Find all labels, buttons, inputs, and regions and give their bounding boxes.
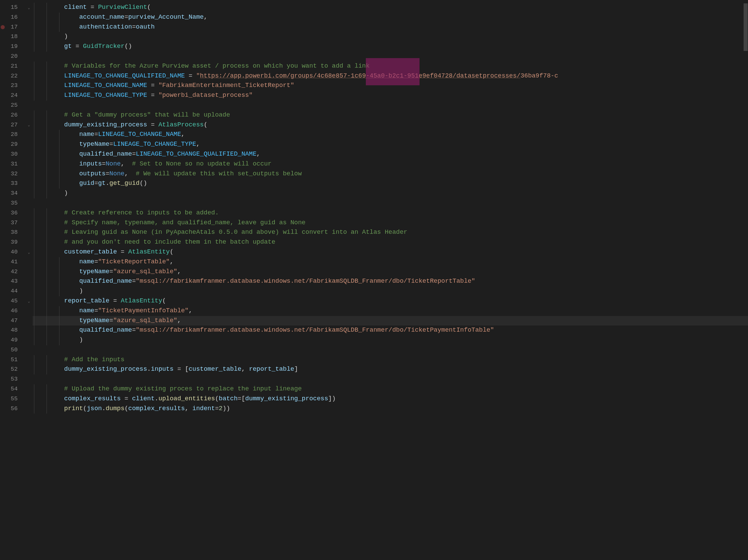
code-line[interactable]: LINEAGE_TO_CHANGE_QUALIFIED_NAME = "http… [33,71,748,81]
fold-chevron-icon[interactable] [25,101,33,110]
code-line[interactable]: qualified_name=LINEAGE_TO_CHANGE_QUALIFI… [33,150,748,159]
code-line[interactable]: typeName=LINEAGE_TO_CHANGE_TYPE, [33,140,748,150]
code-token: = [109,297,121,304]
fold-chevron-icon[interactable]: ⌄ [25,3,33,13]
code-line[interactable]: typeName="azure_sql_table", [33,316,748,326]
fold-chevron-icon[interactable] [25,404,33,414]
fold-chevron-icon[interactable] [25,140,33,150]
fold-chevron-icon[interactable] [25,257,33,267]
code-line[interactable]: dummy_existing_process = AtlasProcess( [33,120,748,130]
code-token: name [79,258,94,265]
code-line[interactable]: # and you don't need to include them in … [33,238,748,247]
fold-chevron-icon[interactable] [25,277,33,286]
fold-chevron-icon[interactable] [25,394,33,404]
fold-chevron-icon[interactable] [25,52,33,62]
fold-chevron-icon[interactable] [25,81,33,91]
fold-chevron-icon[interactable] [25,374,33,384]
code-line[interactable]: # Create reference to inputs to be added… [33,208,748,218]
code-line[interactable]: ) [33,189,748,198]
code-line[interactable]: LINEAGE_TO_CHANGE_TYPE = "powerbi_datase… [33,91,748,101]
code-line[interactable]: ) [33,32,748,42]
code-line[interactable]: guid=gt.get_guid() [33,179,748,189]
fold-chevron-icon[interactable] [25,32,33,42]
fold-chevron-icon[interactable] [25,316,33,326]
breakpoint-indicator[interactable] [1,25,5,29]
fold-chevron-icon[interactable]: ⌄ [25,296,33,306]
code-editor[interactable]: 1516171819202122232425262728293031323334… [0,0,748,560]
fold-chevron-icon[interactable] [25,22,33,32]
code-line[interactable]: outputs=None, # We will update this with… [33,169,748,179]
fold-chevron-icon[interactable] [25,159,33,169]
code-line[interactable]: name="TicketPaymentInfoTable", [33,306,748,316]
fold-chevron-icon[interactable] [25,384,33,394]
code-line[interactable]: # Add the inputs [33,355,748,365]
code-line[interactable]: authentication=oauth [33,22,748,32]
fold-chevron-icon[interactable] [25,91,33,101]
fold-chevron-icon[interactable]: ⌄ [25,120,33,130]
line-number: 47 [0,316,25,326]
fold-chevron-icon[interactable] [25,150,33,159]
fold-chevron-icon[interactable] [25,345,33,355]
fold-chevron-icon[interactable] [25,179,33,189]
code-line[interactable]: account_name=purview_Account_Name, [33,13,748,22]
code-line[interactable] [33,101,748,110]
code-line[interactable]: # Specify name, typename, and qualified_… [33,218,748,228]
fold-chevron-icon[interactable] [25,365,33,374]
fold-chevron-icon[interactable] [25,228,33,238]
fold-chevron-icon[interactable] [25,326,33,335]
code-token: " [196,72,200,80]
fold-chevron-icon[interactable] [25,355,33,365]
fold-chevron-icon[interactable] [25,267,33,277]
code-line[interactable]: name=LINEAGE_TO_CHANGE_NAME, [33,130,748,140]
fold-chevron-icon[interactable] [25,13,33,22]
code-line[interactable]: LINEAGE_TO_CHANGE_NAME = "FabrikamEntert… [33,81,748,91]
code-line[interactable]: gt = GuidTracker() [33,42,748,52]
fold-chevron-icon[interactable] [25,286,33,296]
code-line[interactable]: client = PurviewClient( [33,3,748,13]
code-line[interactable]: # Variables for the Azure Purview asset … [33,62,748,71]
fold-chevron-icon[interactable] [25,218,33,228]
fold-chevron-icon[interactable] [25,198,33,208]
fold-chevron-icon[interactable] [25,208,33,218]
code-line[interactable] [33,198,748,208]
code-line[interactable]: # Leaving guid as None (in PyApacheAtals… [33,228,748,238]
code-token: "azure_sql_table" [113,268,177,275]
fold-chevron-icon[interactable] [25,62,33,71]
scrollbar-thumb[interactable] [744,3,748,51]
code-token: oauth [136,23,155,31]
code-line[interactable]: ) [33,335,748,345]
code-line[interactable]: print(json.dumps(complex_results, indent… [33,404,748,414]
code-token: , [196,141,200,148]
code-line[interactable] [33,345,748,355]
code-content[interactable]: client = PurviewClient( account_name=pur… [33,0,748,560]
fold-chevron-icon[interactable] [25,169,33,179]
code-line[interactable]: ) [33,286,748,296]
code-line[interactable]: complex_results = client.upload_entities… [33,394,748,404]
code-token: purview_Account_Name [128,14,204,21]
vertical-scrollbar[interactable] [743,0,748,560]
code-line[interactable]: # Upload the dummy existing proces to re… [33,384,748,394]
code-line[interactable]: report_table = AtlasEntity( [33,296,748,306]
fold-chevron-icon[interactable] [25,71,33,81]
fold-chevron-icon[interactable] [25,189,33,198]
fold-chevron-icon[interactable] [25,110,33,120]
code-line[interactable] [33,52,748,62]
indent-guide [47,32,47,42]
code-line[interactable]: qualified_name="mssql://fabrikamfranmer.… [33,326,748,335]
code-line[interactable]: inputs=None, # Set to None so no update … [33,159,748,169]
code-line[interactable]: typeName="azure_sql_table", [33,267,748,277]
code-line[interactable]: dummy_existing_process.inputs = [custome… [33,365,748,374]
code-line[interactable]: qualified_name="mssql://fabrikamfranmer.… [33,277,748,286]
fold-chevron-icon[interactable] [25,238,33,247]
indent-guide [34,179,34,189]
code-line[interactable]: name="TicketReportTable", [33,257,748,267]
fold-chevron-icon[interactable] [25,306,33,316]
fold-chevron-icon[interactable] [25,130,33,140]
fold-chevron-icon[interactable] [25,335,33,345]
code-line[interactable] [33,374,748,384]
fold-chevron-icon[interactable]: ⌄ [25,247,33,257]
code-token: # Leaving guid as None (in PyApacheAtals… [64,229,407,236]
code-line[interactable]: # Get a "dummy process" that will be upl… [33,110,748,120]
fold-chevron-icon[interactable] [25,42,33,52]
code-line[interactable]: customer_table = AtlasEntity( [33,247,748,257]
